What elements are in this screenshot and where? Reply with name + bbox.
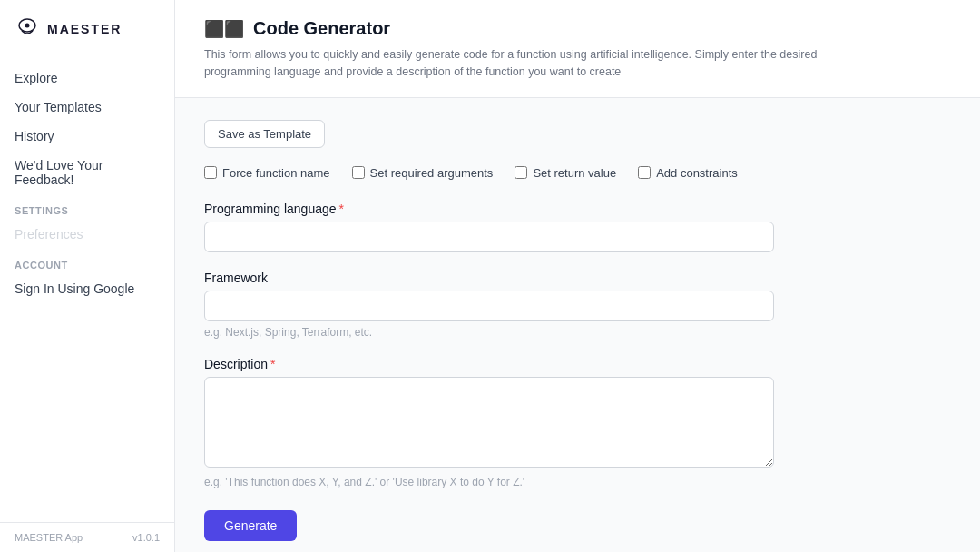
framework-label: Framework xyxy=(204,271,951,285)
option-set-return-value[interactable]: Set return value xyxy=(514,166,616,180)
main-content: ⬛⬛ Code Generator This form allows you t… xyxy=(175,0,980,552)
account-section-label: ACCOUNT xyxy=(0,249,174,274)
description-label: Description * xyxy=(204,357,951,371)
checkbox-add-constraints[interactable] xyxy=(638,166,651,179)
description-hint: e.g. 'This function does X, Y, and Z.' o… xyxy=(204,476,951,488)
lang-required-star: * xyxy=(339,202,344,216)
checkbox-force-function-name[interactable] xyxy=(204,166,217,179)
sidebar-nav: Explore Your Templates History We'd Love… xyxy=(0,56,174,522)
description-group: Description * e.g. 'This function does X… xyxy=(204,357,951,488)
programming-language-group: Programming language * xyxy=(204,202,951,252)
logo-text: MAESTER xyxy=(47,22,122,36)
generate-button[interactable]: Generate xyxy=(204,510,297,541)
logo-icon xyxy=(15,16,40,42)
programming-language-input[interactable] xyxy=(204,222,774,252)
svg-point-1 xyxy=(25,24,30,28)
option-force-function-name-label: Force function name xyxy=(222,166,330,180)
page-title-row: ⬛⬛ Code Generator xyxy=(204,18,951,39)
sidebar-item-explore[interactable]: Explore xyxy=(0,64,174,93)
logo: MAESTER xyxy=(0,0,174,56)
sidebar-item-your-templates[interactable]: Your Templates xyxy=(0,93,174,122)
sidebar: MAESTER Explore Your Templates History W… xyxy=(0,0,175,552)
page-title: Code Generator xyxy=(253,18,390,39)
page-description: This form allows you to quickly and easi… xyxy=(204,46,885,81)
option-force-function-name[interactable]: Force function name xyxy=(204,166,330,180)
description-textarea[interactable] xyxy=(204,377,774,468)
option-set-required-arguments-label: Set required arguments xyxy=(370,166,494,180)
description-required-star: * xyxy=(270,357,275,371)
page-header: ⬛⬛ Code Generator This form allows you t… xyxy=(175,0,980,98)
option-add-constraints[interactable]: Add constraints xyxy=(638,166,738,180)
programming-language-label: Programming language * xyxy=(204,202,951,216)
option-add-constraints-label: Add constraints xyxy=(656,166,738,180)
option-set-required-arguments[interactable]: Set required arguments xyxy=(352,166,494,180)
framework-group: Framework e.g. Next.js, Spring, Terrafor… xyxy=(204,271,951,339)
sidebar-item-sign-in-google[interactable]: Sign In Using Google xyxy=(0,274,174,303)
sidebar-item-preferences: Preferences xyxy=(0,220,174,249)
content-area: Save as Template Force function name Set… xyxy=(175,98,980,553)
footer-version: v1.0.1 xyxy=(132,532,160,543)
framework-hint: e.g. Next.js, Spring, Terraform, etc. xyxy=(204,326,951,339)
framework-input[interactable] xyxy=(204,291,774,321)
footer-app-name: MAESTER App xyxy=(15,532,83,543)
option-set-return-value-label: Set return value xyxy=(533,166,616,180)
sidebar-footer: MAESTER App v1.0.1 xyxy=(0,522,174,552)
settings-section-label: SETTINGS xyxy=(0,194,174,220)
save-template-button[interactable]: Save as Template xyxy=(204,120,325,148)
options-row: Force function name Set required argumen… xyxy=(204,166,951,180)
checkbox-set-return-value[interactable] xyxy=(514,166,527,179)
checkbox-set-required-arguments[interactable] xyxy=(352,166,365,179)
sidebar-item-history[interactable]: History xyxy=(0,122,174,151)
page-title-icon: ⬛⬛ xyxy=(204,19,244,39)
sidebar-item-feedback[interactable]: We'd Love Your Feedback! xyxy=(0,151,174,194)
